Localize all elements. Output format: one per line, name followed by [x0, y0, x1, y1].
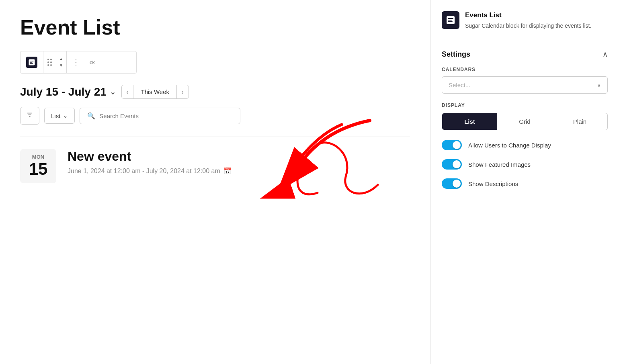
filter-row: List ⌄ 🔍 [20, 107, 410, 125]
calendars-placeholder: Select... [449, 82, 470, 88]
toggle-allow-change-display-switch[interactable] [442, 140, 462, 150]
toggle-show-descriptions: Show Descriptions [442, 178, 608, 189]
toggle-show-featured-images: Show Featured Images [442, 159, 608, 170]
view-select[interactable]: List ⌄ [44, 108, 75, 124]
move-down-button[interactable]: ▼ [57, 63, 65, 68]
move-up-button[interactable]: ▲ [57, 56, 65, 62]
event-info: New event June 1, 2024 at 12:00 am - Jul… [68, 149, 232, 175]
view-label: List [51, 112, 60, 119]
toggle-allow-change-display-label: Allow Users to Change Display [468, 142, 551, 149]
search-box[interactable]: 🔍 [80, 108, 240, 124]
view-chevron-icon: ⌄ [63, 112, 68, 119]
sugar-calendar-icon [26, 57, 37, 68]
event-day-name: MON [28, 154, 48, 160]
page-title: Event List [20, 16, 410, 39]
next-week-button[interactable]: › [177, 86, 189, 98]
svg-rect-5 [30, 63, 33, 64]
display-option-plain[interactable]: Plain [552, 113, 607, 130]
svg-rect-12 [448, 21, 453, 22]
search-icon: 🔍 [87, 112, 95, 120]
settings-collapse-button[interactable]: ∧ [603, 50, 608, 59]
drag-handle[interactable] [43, 59, 56, 66]
this-week-label: This Week [133, 85, 177, 98]
block-info-text: Events List Sugar Calendar block for dis… [465, 11, 591, 30]
settings-header: Settings ∧ [442, 50, 608, 59]
calendars-chevron-icon: ∨ [597, 82, 601, 88]
toggle-show-descriptions-label: Show Descriptions [468, 180, 518, 187]
toggle-show-featured-images-switch[interactable] [442, 159, 462, 170]
right-panel: Events List Sugar Calendar block for dis… [430, 0, 619, 364]
block-info-icon [442, 11, 459, 29]
display-option-grid[interactable]: Grid [497, 113, 552, 130]
search-input[interactable] [99, 112, 233, 119]
event-list-item: MON 15 New event June 1, 2024 at 12:00 a… [20, 149, 410, 183]
date-range-chevron-icon: ⌄ [110, 88, 116, 96]
svg-rect-10 [448, 18, 453, 19]
block-info-description: Sugar Calendar block for displaying the … [465, 22, 591, 30]
block-info-header: Events List Sugar Calendar block for dis… [430, 0, 619, 40]
block-icon-section [20, 51, 43, 73]
prev-week-button[interactable]: ‹ [122, 86, 133, 98]
event-title[interactable]: New event [68, 149, 232, 164]
filter-button[interactable] [20, 107, 39, 125]
settings-title: Settings [442, 50, 470, 59]
svg-rect-11 [448, 20, 452, 20]
toggle-allow-change-display: Allow Users to Change Display [442, 140, 608, 150]
calendars-select[interactable]: Select... ∨ [442, 76, 608, 94]
event-time-text: June 1, 2024 at 12:00 am - July 20, 2024… [68, 168, 220, 175]
section-divider [20, 137, 410, 137]
event-time: June 1, 2024 at 12:00 am - July 20, 2024… [68, 167, 232, 175]
date-navigation: July 15 - July 21 ⌄ ‹ This Week › [20, 85, 410, 99]
date-range[interactable]: July 15 - July 21 ⌄ [20, 86, 116, 98]
display-section-label: DISPLAY [442, 102, 608, 108]
settings-panel: Settings ∧ CALENDARS Select... ∨ DISPLAY… [430, 40, 619, 364]
block-move-arrows[interactable]: ▲ ▼ [56, 51, 67, 73]
svg-rect-3 [30, 61, 34, 61]
calendar-icon: 📅 [223, 167, 232, 175]
display-option-list[interactable]: List [442, 113, 497, 130]
block-options-menu[interactable]: ⋮ [67, 58, 86, 67]
svg-rect-4 [30, 62, 33, 63]
event-date-badge: MON 15 [20, 149, 56, 183]
calendars-section-label: CALENDARS [442, 67, 608, 72]
week-navigator: ‹ This Week › [121, 85, 189, 99]
toggle-show-featured-images-label: Show Featured Images [468, 161, 531, 168]
event-day-number: 15 [28, 160, 48, 178]
block-info-title: Events List [465, 11, 591, 19]
toggle-show-descriptions-switch[interactable] [442, 178, 462, 189]
block-toolbar: ▲ ▼ ⋮ ck [20, 51, 137, 74]
block-label: ck [86, 59, 99, 65]
display-toggle-group: List Grid Plain [442, 113, 608, 130]
